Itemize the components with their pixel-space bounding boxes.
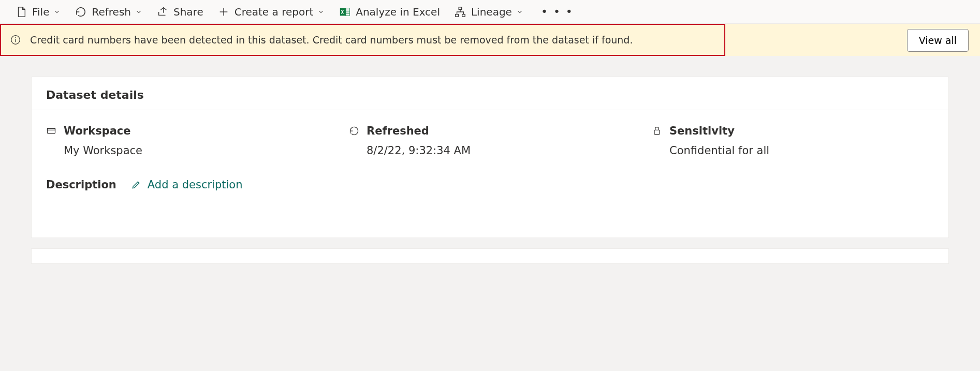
file-label: File <box>32 6 49 18</box>
sensitivity-icon <box>652 126 662 136</box>
create-report-label: Create a report <box>235 6 314 18</box>
chevron-down-icon <box>53 8 61 16</box>
edit-icon <box>131 180 141 190</box>
svg-rect-9 <box>462 14 465 17</box>
lineage-icon <box>455 6 466 18</box>
workspace-field: Workspace My Workspace <box>46 125 328 157</box>
refreshed-label: Refreshed <box>367 125 429 137</box>
refreshed-field: Refreshed 8/2/22, 9:32:34 AM <box>349 125 631 157</box>
notification-banner-actions: View all <box>725 24 980 56</box>
ellipsis-icon: • • • <box>541 5 574 18</box>
share-label: Share <box>173 6 203 18</box>
add-description-button[interactable]: Add a description <box>131 179 243 191</box>
workspace-label: Workspace <box>64 125 131 137</box>
notification-banner-row: Credit card numbers have been detected i… <box>0 24 980 56</box>
analyze-excel-label: Analyze in Excel <box>356 6 440 18</box>
dataset-details-title: Dataset details <box>32 77 948 110</box>
detail-row: Workspace My Workspace Refreshed 8/2/22,… <box>46 125 934 157</box>
lineage-label: Lineage <box>471 6 512 18</box>
dataset-details-card: Dataset details Workspace My Workspace R… <box>31 77 949 238</box>
lineage-menu[interactable]: Lineage <box>455 6 523 18</box>
file-menu[interactable]: File <box>16 6 61 18</box>
workspace-value: My Workspace <box>64 144 328 157</box>
info-icon <box>10 35 21 45</box>
svg-rect-13 <box>48 128 55 133</box>
content-area: Dataset details Workspace My Workspace R… <box>0 56 980 274</box>
excel-icon <box>339 6 350 18</box>
chevron-down-icon <box>317 8 325 16</box>
file-icon <box>16 6 27 18</box>
svg-rect-14 <box>48 128 55 130</box>
share-button[interactable]: Share <box>157 6 203 18</box>
add-description-label: Add a description <box>148 179 243 191</box>
svg-rect-8 <box>456 14 459 17</box>
sensitivity-field: Sensitivity Confidential for all <box>652 125 934 157</box>
svg-point-12 <box>15 37 16 38</box>
toolbar: File Refresh Share Create a report Analy… <box>0 0 980 24</box>
plus-icon <box>218 6 229 18</box>
refresh-small-icon <box>349 126 359 136</box>
description-row: Description Add a description <box>46 179 934 191</box>
chevron-down-icon <box>135 8 142 16</box>
analyze-excel-button[interactable]: Analyze in Excel <box>339 6 440 18</box>
refresh-menu[interactable]: Refresh <box>75 6 142 18</box>
notification-banner: Credit card numbers have been detected i… <box>0 24 725 56</box>
more-options-button[interactable]: • • • <box>538 5 577 18</box>
create-report-menu[interactable]: Create a report <box>218 6 325 18</box>
svg-rect-7 <box>459 7 462 9</box>
dataset-details-body: Workspace My Workspace Refreshed 8/2/22,… <box>32 110 948 238</box>
refresh-label: Refresh <box>92 6 131 18</box>
view-all-button[interactable]: View all <box>907 29 969 52</box>
workspace-icon <box>46 126 56 136</box>
next-card-placeholder <box>31 248 949 264</box>
refreshed-value: 8/2/22, 9:32:34 AM <box>367 144 631 157</box>
refresh-icon <box>75 6 86 18</box>
share-icon <box>157 6 168 18</box>
description-label: Description <box>46 179 116 191</box>
svg-rect-15 <box>654 130 660 134</box>
sensitivity-label: Sensitivity <box>669 125 735 137</box>
notification-text: Credit card numbers have been detected i… <box>30 34 633 46</box>
sensitivity-value: Confidential for all <box>669 144 934 157</box>
chevron-down-icon <box>516 8 523 16</box>
